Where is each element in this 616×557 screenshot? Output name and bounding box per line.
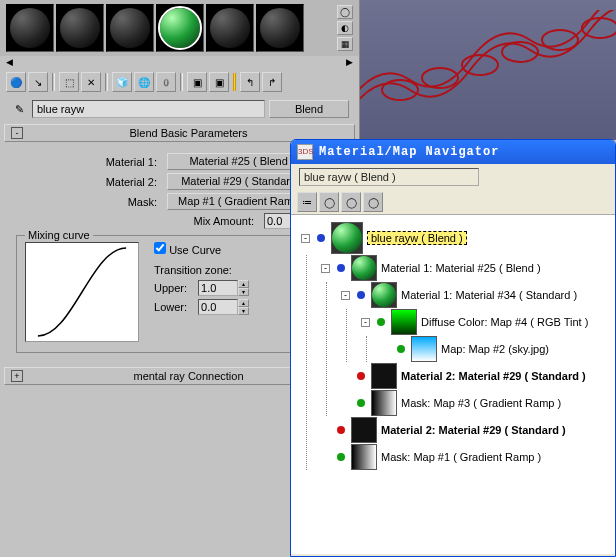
use-curve-checkbox[interactable] bbox=[154, 242, 166, 254]
transition-zone-label: Transition zone: bbox=[154, 264, 249, 276]
material-id-button[interactable]: 0️ bbox=[156, 72, 176, 92]
use-curve-label: Use Curve bbox=[169, 244, 221, 256]
mask-label: Mask: bbox=[93, 196, 157, 208]
go-forward-button[interactable]: ↱ bbox=[262, 72, 282, 92]
navigator-view-buttons: ≔ ◯ ◯ ◯ bbox=[291, 190, 615, 214]
material-type-button[interactable]: Blend bbox=[269, 100, 349, 118]
tree-node[interactable]: - Material 1: Material #25 ( Blend ) bbox=[321, 255, 611, 281]
tree-node[interactable]: Material 2: Material #29 ( Standard ) bbox=[341, 363, 611, 389]
tree-root-label: blue rayw ( Blend ) bbox=[367, 231, 467, 245]
material-thumb-icon bbox=[331, 222, 363, 254]
make-unique-button[interactable]: 🧊 bbox=[112, 72, 132, 92]
show-end-result-button[interactable]: ▣ bbox=[209, 72, 229, 92]
view-list-button[interactable]: ≔ bbox=[297, 192, 317, 212]
sample-scroll-left[interactable]: ◀ bbox=[6, 57, 13, 67]
rollout-title: Blend Basic Parameters bbox=[29, 127, 348, 139]
navigator-window: 3DS Material/Map Navigator blue rayw ( B… bbox=[290, 139, 616, 557]
collapse-icon[interactable]: - bbox=[301, 234, 310, 243]
material-2-label: Material 2: bbox=[93, 176, 157, 188]
put-to-scene-button[interactable]: ↘ bbox=[28, 72, 48, 92]
svg-point-5 bbox=[582, 18, 616, 38]
navigator-titlebar[interactable]: 3DS Material/Map Navigator bbox=[291, 140, 615, 164]
mix-amount-label: Mix Amount: bbox=[144, 215, 254, 227]
navigator-subtitle-row: blue rayw ( Blend ) bbox=[291, 164, 615, 190]
svg-point-0 bbox=[382, 80, 418, 100]
tree-node[interactable]: Material 2: Material #29 ( Standard ) bbox=[321, 417, 611, 443]
material-1-label: Material 1: bbox=[93, 156, 157, 168]
upper-label: Upper: bbox=[154, 282, 194, 294]
material-name-input[interactable] bbox=[32, 100, 265, 118]
upper-input[interactable] bbox=[198, 280, 238, 296]
tree-root-node[interactable]: - blue rayw ( Blend ) bbox=[301, 222, 611, 254]
rollout-toggle-icon: - bbox=[11, 127, 23, 139]
material-toolbar: 🔵 ↘ ⬚ ✕ 🧊 🌐 0️ ▣ ▣ ↰ ↱ bbox=[0, 68, 359, 96]
pick-material-button[interactable]: ✎ bbox=[10, 100, 28, 118]
lower-input[interactable] bbox=[198, 299, 238, 315]
sample-type-button[interactable]: ◯ bbox=[337, 5, 353, 19]
mixing-curve-graph bbox=[25, 242, 139, 342]
navigator-window-title: Material/Map Navigator bbox=[319, 145, 499, 159]
tree-node[interactable]: - Diffuse Color: Map #4 ( RGB Tint ) bbox=[361, 309, 611, 335]
navigator-current-material: blue rayw ( Blend ) bbox=[299, 168, 479, 186]
lower-label: Lower: bbox=[154, 301, 194, 313]
backlight-button[interactable]: ◐ bbox=[337, 21, 353, 35]
put-to-library-button[interactable]: 🌐 bbox=[134, 72, 154, 92]
tree-node[interactable]: Map: Map #2 (sky.jpg) bbox=[381, 336, 611, 362]
sample-slot-6[interactable] bbox=[256, 4, 304, 52]
sample-slot-4[interactable] bbox=[156, 4, 204, 52]
upper-spinner[interactable]: ▴▾ bbox=[198, 280, 249, 296]
mixing-curve-legend: Mixing curve bbox=[25, 229, 93, 241]
view-large-icons-button[interactable]: ◯ bbox=[341, 192, 361, 212]
sample-scroll-right[interactable]: ▶ bbox=[346, 57, 353, 67]
tree-node[interactable]: Mask: Map #1 ( Gradient Ramp ) bbox=[321, 444, 611, 470]
tree-node[interactable]: Mask: Map #3 ( Gradient Ramp ) bbox=[341, 390, 611, 416]
sample-slot-3[interactable] bbox=[106, 4, 154, 52]
material-dot-icon bbox=[317, 234, 325, 242]
material-name-row: ✎ Blend bbox=[0, 96, 359, 122]
tree-node[interactable]: - Material 1: Material #34 ( Standard ) bbox=[341, 282, 611, 308]
show-map-button[interactable]: ▣ bbox=[187, 72, 207, 92]
navigator-tree[interactable]: - blue rayw ( Blend ) - Material 1: Mate… bbox=[291, 214, 615, 554]
sample-slots-row: ◯ ◐ ▦ bbox=[0, 0, 359, 56]
assign-to-selection-button[interactable]: ⬚ bbox=[59, 72, 79, 92]
helix-object-icon bbox=[360, 10, 616, 130]
delete-button[interactable]: ✕ bbox=[81, 72, 101, 92]
sample-slot-2[interactable] bbox=[56, 4, 104, 52]
app-icon: 3DS bbox=[297, 144, 313, 160]
view-tree-button[interactable]: ◯ bbox=[363, 192, 383, 212]
view-small-icons-button[interactable]: ◯ bbox=[319, 192, 339, 212]
sample-slot-5[interactable] bbox=[206, 4, 254, 52]
go-to-parent-button[interactable]: ↰ bbox=[240, 72, 260, 92]
viewport[interactable] bbox=[360, 0, 616, 140]
svg-point-4 bbox=[542, 30, 578, 50]
sample-side-controls: ◯ ◐ ▦ bbox=[337, 5, 353, 51]
rollout-toggle-icon: + bbox=[11, 370, 23, 382]
lower-spinner[interactable]: ▴▾ bbox=[198, 299, 249, 315]
get-material-button[interactable]: 🔵 bbox=[6, 72, 26, 92]
sample-slot-1[interactable] bbox=[6, 4, 54, 52]
sample-scroll: ◀ ▶ bbox=[0, 56, 359, 68]
background-button[interactable]: ▦ bbox=[337, 37, 353, 51]
